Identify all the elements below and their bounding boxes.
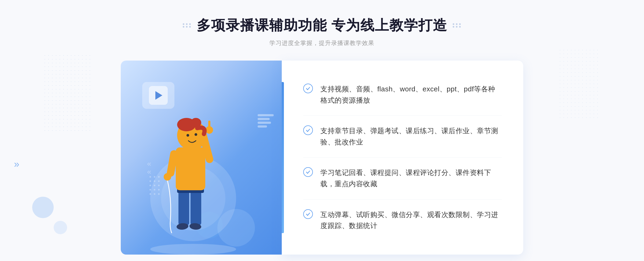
svg-point-0 [150,244,236,255]
main-title: 多项录播课辅助功能 专为线上教学打造 [197,16,447,35]
svg-point-32 [154,193,155,195]
check-icon-1 [305,86,311,91]
check-icon-2 [305,128,311,133]
feature-text-4: 互动弹幕、试听购买、微信分享、观看次数限制、学习进度跟踪、数据统计 [320,209,502,232]
arrows-left-icon: » [14,159,18,170]
svg-point-24 [158,180,160,182]
svg-text:«: « [147,167,151,176]
check-circle-2 [303,125,313,135]
svg-point-33 [158,193,160,195]
svg-point-15 [186,134,189,137]
svg-rect-6 [176,147,205,190]
svg-point-16 [195,133,197,136]
svg-point-23 [154,180,155,182]
deco-circle-left2 [54,221,67,234]
svg-point-21 [158,176,160,178]
svg-point-22 [149,180,151,182]
dot-group-left [183,23,191,28]
svg-point-19 [149,176,151,178]
content-panel: 支持视频、音频、flash、word、excel、ppt、pdf等各种格式的资源… [282,61,523,255]
header-section: 多项录播课辅助功能 专为线上教学打造 学习进度全掌握，提升录播课教学效果 [183,0,461,47]
feature-item-2: 支持章节目录、弹题考试、课后练习、课后作业、章节测验、批改作业 [303,116,502,158]
deco-circle-left [32,197,54,218]
bg-dots-right [558,48,601,118]
svg-text:«: « [147,159,151,168]
illustration-area: « « [121,61,282,255]
main-content: « « 支持视频、音频、flash、word、excel、ppt、pdf等各种格… [121,61,523,255]
blue-bar [282,82,284,233]
svg-point-11 [164,173,171,181]
dot-group-right [453,23,461,28]
bg-dots-left [43,54,91,134]
svg-rect-3 [178,190,189,225]
header-decorators: 多项录播课辅助功能 专为线上教学打造 [183,16,461,35]
subtitle: 学习进度全掌握，提升录播课教学效果 [183,39,461,47]
feature-item-4: 互动弹幕、试听购买、微信分享、观看次数限制、学习进度跟踪、数据统计 [303,200,502,241]
check-circle-1 [303,84,313,93]
svg-point-27 [158,185,160,186]
feature-text-3: 学习笔记回看、课程提问、课程评论打分、课件资料下载，重点内容收藏 [320,167,502,189]
svg-point-25 [149,185,151,186]
svg-point-30 [158,189,160,191]
svg-point-26 [154,185,155,186]
svg-point-28 [149,189,151,191]
svg-rect-4 [191,190,201,225]
svg-rect-9 [208,121,210,131]
check-circle-3 [303,167,313,177]
feature-item-1: 支持视频、音频、flash、word、excel、ppt、pdf等各种格式的资源… [303,74,502,116]
content-panel-wrapper: 支持视频、音频、flash、word、excel、ppt、pdf等各种格式的资源… [282,61,523,255]
feature-text-1: 支持视频、音频、flash、word、excel、ppt、pdf等各种格式的资源… [320,84,502,106]
check-icon-3 [305,169,311,175]
svg-point-29 [154,189,155,191]
svg-point-20 [154,176,155,178]
check-circle-4 [303,209,313,219]
feature-item-3: 学习笔记回看、课程提问、课程评论打分、课件资料下载，重点内容收藏 [303,158,502,199]
person-illustration: « « [129,83,274,255]
svg-point-31 [149,193,151,195]
check-icon-4 [305,211,311,217]
feature-text-2: 支持章节目录、弹题考试、课后练习、课后作业、章节测验、批改作业 [320,125,502,148]
page-container: » 多项录播课辅助功能 专为线上教学打造 学习进度全掌握，提升录播课教学效果 [0,0,644,261]
